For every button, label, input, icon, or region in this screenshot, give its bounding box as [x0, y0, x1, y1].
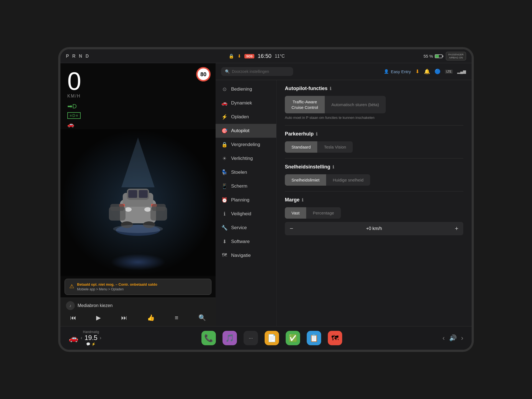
sidebar-item-navigatie[interactable]: 🗺 Navigatie: [216, 249, 276, 262]
sidebar-item-scherm[interactable]: 📱 Scherm: [216, 179, 276, 193]
margin-buttons: Vast Percentage: [285, 207, 463, 219]
climate-icons: 💬 ⚡: [86, 342, 96, 346]
sidebar-item-vergrendeling[interactable]: 🔒 Vergrendeling: [216, 138, 276, 152]
sidebar-label-bediening: Bediening: [231, 86, 252, 92]
parking-title-text: Parkeerhulp: [285, 131, 314, 137]
right-panel: 🔍 Doorzoek instellingen 👤 Easy Entry ⬇ 🔔…: [216, 63, 472, 326]
download-header-icon[interactable]: ⬇: [415, 68, 420, 75]
dynamiek-icon: 🚗: [221, 100, 228, 106]
passenger-airbag-indicator: PASSENGER AIRBAG ON: [446, 52, 466, 61]
sidebar-item-software[interactable]: ⬇ Software: [216, 235, 276, 249]
drl-indicator: ≡D≡: [67, 112, 81, 119]
snelheidslimiet-button[interactable]: Snelheidslimiet: [285, 174, 326, 186]
percentage-button[interactable]: Percentage: [306, 207, 341, 219]
download-icon: ⬇: [237, 53, 241, 59]
prev-button[interactable]: ⏮: [69, 313, 78, 323]
sidebar-item-opladen[interactable]: ⚡ Opladen: [216, 110, 276, 124]
autopilot-note: Auto moet in P staan om functies te kunn…: [285, 116, 463, 120]
speed-unit: KM/H: [67, 94, 209, 99]
phone-app[interactable]: 📞: [201, 331, 216, 345]
svg-point-16: [113, 225, 163, 233]
bluetooth-icon[interactable]: 🔵: [434, 68, 441, 75]
bell-icon[interactable]: 🔔: [424, 68, 430, 75]
more-app[interactable]: ···: [244, 331, 258, 345]
sidebar-item-service[interactable]: 🔧 Service: [216, 221, 276, 235]
time-display: 16:50: [258, 53, 272, 59]
planning-icon: ⏰: [221, 197, 228, 203]
lte-badge: LTE: [445, 70, 453, 74]
vergrendeling-icon: 🔒: [221, 142, 228, 148]
vehicle-visualization: [60, 129, 216, 276]
veiligheid-icon: ℹ: [221, 211, 228, 217]
vast-button[interactable]: Vast: [285, 207, 306, 219]
parking-info-icon[interactable]: ℹ: [316, 132, 318, 137]
sidebar-label-software: Software: [231, 239, 250, 244]
speed-value-display: +0 km/h: [298, 222, 450, 235]
sidebar-label-vergrendeling: Vergrendeling: [231, 142, 260, 147]
equalizer-button[interactable]: ≡: [173, 313, 180, 323]
speed-title-text: Snelheidsinstelling: [285, 164, 330, 170]
traffic-aware-button[interactable]: Traffic-Aware Cruise Control: [285, 96, 325, 113]
divider-1: [285, 125, 463, 126]
chevron-left-icon[interactable]: ‹: [81, 335, 82, 341]
radio-app[interactable]: 🎵: [222, 331, 237, 345]
volume-icon[interactable]: 🔊: [449, 334, 457, 342]
software-icon: ⬇: [221, 239, 228, 245]
sidebar-label-autopilot: Autopilot: [231, 128, 249, 134]
parking-section: Parkeerhulp ℹ Standaard Tesla Vision: [285, 131, 463, 153]
header-right: 👤 Easy Entry ⬇ 🔔 🔵 LTE ▂▄▆: [384, 68, 466, 75]
speed-setting-section: Snelheidsinstelling ℹ Snelheidslimiet Hu…: [285, 164, 463, 186]
autopilot-buttons: Traffic-Aware Cruise Control Automatisch…: [285, 96, 463, 113]
huidige-snelheid-button[interactable]: Huidige snelheid: [326, 174, 370, 186]
tesla-vision-button[interactable]: Tesla Vision: [317, 141, 353, 153]
margin-title-text: Marge: [285, 197, 300, 203]
sidebar-item-stoelen[interactable]: 💺 Stoelen: [216, 165, 276, 179]
tasks-app[interactable]: ✅: [286, 331, 300, 345]
standaard-button[interactable]: Standaard: [285, 141, 317, 153]
car-taskbar-icon[interactable]: 🚗: [69, 334, 78, 343]
main-content: 0 KM/H 80 ➡D ≡D≡ 🚗: [60, 63, 472, 326]
battery-fill: [435, 55, 439, 58]
sidebar-item-verlichting[interactable]: ☀ Verlichting: [216, 152, 276, 165]
sidebar-item-bediening[interactable]: ⊙ Bediening: [216, 82, 276, 96]
speed-info-icon[interactable]: ℹ: [332, 165, 334, 170]
todo-app[interactable]: 📋: [307, 331, 321, 345]
play-button[interactable]: ▶: [95, 313, 102, 323]
speed-decrease-button[interactable]: −: [285, 222, 298, 235]
parking-buttons: Standaard Tesla Vision: [285, 141, 463, 153]
sidebar-item-autopilot[interactable]: 🎯 Autopilot: [216, 124, 276, 138]
notes-app[interactable]: 📄: [265, 331, 279, 345]
easy-entry[interactable]: 👤 Easy Entry: [384, 69, 411, 74]
sidebar-item-dynamiek[interactable]: 🚗 Dynamiek: [216, 96, 276, 110]
margin-info-icon[interactable]: ℹ: [302, 198, 303, 203]
speed-increase-button[interactable]: +: [450, 222, 463, 235]
sidebar-label-service: Service: [231, 225, 247, 231]
top-center-info: 🔒 ⬇ SOS 16:50 11°C: [229, 53, 285, 59]
sidebar-item-planning[interactable]: ⏰ Planning: [216, 193, 276, 207]
sidebar-item-veiligheid[interactable]: ℹ Veiligheid: [216, 207, 276, 221]
like-button[interactable]: 👍: [146, 313, 156, 323]
climate-area: Handmatig ‹ 19.5 › 💬 ⚡: [81, 330, 101, 346]
climate-temp-row: ‹ 19.5 ›: [81, 334, 101, 342]
autopilot-info-icon[interactable]: ℹ: [330, 86, 331, 91]
music-icon: ♪: [66, 301, 75, 310]
search-icon: 🔍: [225, 69, 230, 74]
media-controls: ⏮ ▶ ⏭ 👍 ≡ 🔍: [66, 313, 210, 323]
defrost-icon: ⚡: [91, 342, 96, 346]
search-media-button[interactable]: 🔍: [197, 313, 207, 323]
battery-status: 55 %: [423, 54, 442, 58]
chevron-right-icon[interactable]: ›: [100, 335, 101, 341]
sos-badge[interactable]: SOS: [244, 54, 254, 58]
next-button[interactable]: ⏭: [120, 313, 129, 323]
easy-entry-label: Easy Entry: [391, 69, 411, 74]
climate-mode-label: Handmatig: [83, 330, 99, 334]
battery-percentage: 55 %: [423, 54, 433, 58]
autosteer-button[interactable]: Automatisch sturen (bèta): [325, 96, 386, 113]
svg-rect-13: [110, 204, 124, 211]
search-bar[interactable]: 🔍 Doorzoek instellingen: [221, 67, 293, 76]
nav-next-icon[interactable]: ›: [461, 334, 463, 342]
settings-sidebar: ⊙ Bediening 🚗 Dynamiek ⚡ Opladen 🎯 Autop…: [216, 80, 277, 326]
maps-app[interactable]: 🗺: [328, 331, 342, 345]
stoelen-icon: 💺: [221, 169, 228, 175]
nav-prev-icon[interactable]: ‹: [443, 334, 445, 342]
